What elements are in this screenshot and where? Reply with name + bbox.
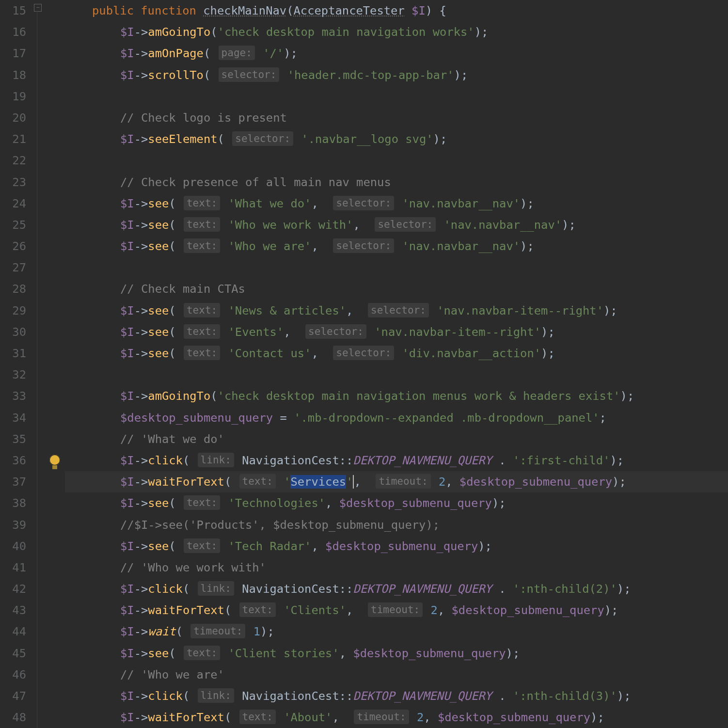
line-number[interactable]: 21 [0, 128, 33, 150]
caret-position[interactable]: ' [346, 475, 354, 489]
code-line[interactable]: $I->amOnPage( page: '/'); [65, 43, 728, 64]
code-line[interactable]: $I->click( link: NavigationCest::DEKTOP_… [65, 685, 728, 707]
comment: // Check main CTAs [120, 282, 245, 296]
line-number[interactable]: 22 [0, 150, 33, 171]
code-line[interactable]: public function checkMainNav(AcceptanceT… [65, 0, 728, 21]
code-line[interactable]: $I->see( text: 'News & articles', select… [65, 300, 728, 321]
variable: $desktop_submenu_query [120, 411, 273, 425]
code-line[interactable]: $I->see( text: 'Events', selector: 'nav.… [65, 321, 728, 343]
line-number[interactable]: 42 [0, 578, 33, 600]
line-number[interactable]: 20 [0, 107, 33, 128]
intention-bulb-icon[interactable] [49, 455, 60, 465]
line-number[interactable]: 28 [0, 278, 33, 300]
operator: :: [339, 454, 353, 467]
method-call: seeElement [148, 132, 217, 146]
line-number[interactable]: 45 [0, 643, 33, 664]
line-number[interactable]: 36 [0, 450, 33, 471]
code-line[interactable]: $desktop_submenu_query = '.mb-dropdown--… [65, 407, 728, 428]
variable: $I [120, 304, 134, 317]
line-number[interactable]: 43 [0, 600, 33, 621]
line-number[interactable]: 25 [0, 214, 33, 236]
line-number[interactable]: 47 [0, 685, 33, 707]
line-number[interactable]: 34 [0, 407, 33, 428]
code-line[interactable]: $I->wait( timeout: 1); [65, 621, 728, 642]
line-number[interactable]: 41 [0, 557, 33, 578]
code-line[interactable]: $I->amGoingTo('check desktop main naviga… [65, 21, 728, 43]
code-line[interactable]: $I->waitForText( text: 'About', timeout:… [65, 707, 728, 728]
code-line[interactable] [65, 150, 728, 171]
line-number[interactable]: 48 [0, 707, 33, 728]
code-line[interactable]: $I->see( text: 'Client stories', $deskto… [65, 643, 728, 664]
line-number[interactable]: 15 [0, 0, 33, 21]
code-line[interactable]: $I->click( link: NavigationCest::DEKTOP_… [65, 450, 728, 471]
method-call: see [148, 496, 169, 510]
method-call: click [148, 454, 183, 467]
method-call: amGoingTo [148, 389, 210, 403]
class-ref: NavigationCest [242, 454, 339, 467]
line-number[interactable]: 44 [0, 621, 33, 642]
line-number[interactable]: 39 [0, 514, 33, 536]
code-line-current[interactable]: $I->waitForText( text: 'Services', timeo… [65, 471, 728, 492]
code-line[interactable]: $I->seeElement( selector: '.navbar__logo… [65, 128, 728, 150]
fold-column[interactable]: − [33, 0, 47, 728]
code-line[interactable]: $I->amGoingTo('check desktop main naviga… [65, 385, 728, 407]
code-line[interactable] [65, 86, 728, 107]
line-number[interactable]: 23 [0, 172, 33, 193]
selection[interactable]: Services [290, 475, 346, 489]
line-number[interactable]: 37 [0, 471, 33, 492]
code-line[interactable]: $I->see( text: 'What we do', selector: '… [65, 193, 728, 214]
line-number[interactable]: 29 [0, 300, 33, 321]
function-name: checkMainNav [203, 4, 286, 17]
line-number[interactable]: 19 [0, 86, 33, 107]
fold-guide [37, 11, 37, 728]
code-line[interactable]: // 'Who we work with' [65, 557, 728, 578]
code-line[interactable]: // 'What we do' [65, 428, 728, 450]
string: 'Client stories' [228, 647, 339, 660]
method-call: see [148, 647, 169, 660]
string: ':nth-child(2)' [513, 582, 617, 596]
code-line[interactable] [65, 257, 728, 278]
line-number[interactable]: 35 [0, 428, 33, 450]
code-line[interactable]: $I->waitForText( text: 'Clients', timeou… [65, 600, 728, 621]
code-line[interactable]: // Check presence of all main nav menus [65, 172, 728, 193]
code-editor[interactable]: 1516171819202122232425262728293031323334… [0, 0, 728, 728]
string: 'div.navbar__action' [402, 347, 541, 360]
line-number-gutter[interactable]: 1516171819202122232425262728293031323334… [0, 0, 33, 728]
punct: ); [603, 304, 617, 317]
line-number[interactable]: 18 [0, 64, 33, 86]
param-hint: text: [184, 495, 220, 510]
code-line[interactable]: // 'Who we are' [65, 664, 728, 685]
operator: . [492, 582, 513, 596]
line-number[interactable]: 24 [0, 193, 33, 214]
line-number[interactable]: 33 [0, 385, 33, 407]
line-number[interactable]: 16 [0, 21, 33, 43]
fold-toggle-icon[interactable]: − [34, 4, 42, 12]
variable: $I [120, 47, 134, 60]
line-number[interactable]: 31 [0, 343, 33, 364]
line-number[interactable]: 32 [0, 364, 33, 385]
variable: $I [120, 389, 134, 403]
code-line[interactable]: $I->see( text: 'Technologies', $desktop_… [65, 492, 728, 514]
code-line[interactable]: $I->see( text: 'Who we are', selector: '… [65, 236, 728, 257]
line-number[interactable]: 26 [0, 236, 33, 257]
code-line[interactable]: // Check logo is present [65, 107, 728, 128]
code-line[interactable]: $I->see( text: 'Contact us', selector: '… [65, 343, 728, 364]
constant: DEKTOP_NAVMENU_QUERY [353, 582, 492, 596]
code-line[interactable]: $I->scrollTo( selector: 'header.mdc-top-… [65, 64, 728, 86]
line-number[interactable]: 17 [0, 43, 33, 64]
code-area[interactable]: public function checkMainNav(AcceptanceT… [65, 0, 728, 728]
line-number[interactable]: 27 [0, 257, 33, 278]
code-line[interactable]: $I->see( text: 'Who we work with', selec… [65, 214, 728, 236]
line-number[interactable]: 46 [0, 664, 33, 685]
code-line[interactable]: $I->see( text: 'Tech Radar', $desktop_su… [65, 536, 728, 557]
line-number[interactable]: 40 [0, 536, 33, 557]
line-number[interactable]: 38 [0, 492, 33, 514]
line-number[interactable]: 30 [0, 321, 33, 343]
variable: $I [120, 582, 134, 596]
constant: DEKTOP_NAVMENU_QUERY [353, 689, 492, 703]
code-line[interactable]: // Check main CTAs [65, 278, 728, 300]
code-line[interactable] [65, 364, 728, 385]
punct: ); [454, 68, 468, 82]
code-line[interactable]: $I->click( link: NavigationCest::DEKTOP_… [65, 578, 728, 600]
code-line[interactable]: //$I->see('Products', $desktop_submenu_q… [65, 514, 728, 536]
